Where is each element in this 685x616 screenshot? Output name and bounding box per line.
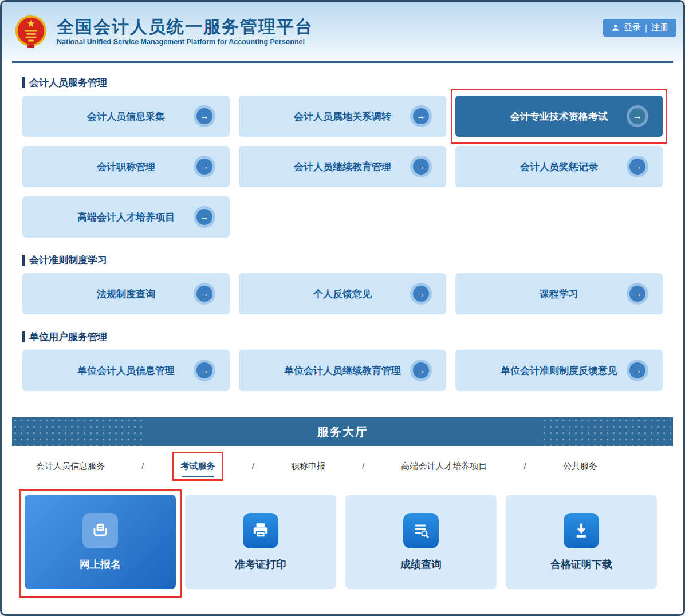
card-unit-continuing-education[interactable]: 单位会计人员继续教育管理 bbox=[239, 350, 446, 391]
header: 全国会计人员统一服务管理平台 National Unified Service … bbox=[2, 2, 683, 61]
page: 全国会计人员统一服务管理平台 National Unified Service … bbox=[0, 0, 685, 616]
tab-separator: / bbox=[524, 461, 526, 471]
card-course-learning[interactable]: 课程学习 bbox=[455, 273, 663, 314]
page-subtitle: National Unified Service Management Plat… bbox=[57, 38, 313, 46]
tab-label: 会计人员信息服务 bbox=[36, 461, 105, 471]
national-emblem-icon bbox=[13, 14, 49, 49]
card-label: 会计人员奖惩记录 bbox=[520, 160, 598, 173]
section-unit-user-service-cards: 单位会计人员信息管理 单位会计人员继续教育管理 单位会计准则制度反馈意见 bbox=[22, 350, 663, 391]
arrow-circle-icon bbox=[413, 108, 429, 124]
inbox-submit-icon bbox=[82, 513, 118, 548]
arrow-circle-icon bbox=[629, 362, 645, 378]
tile-label: 准考证打印 bbox=[235, 558, 286, 571]
arrow-circle-icon bbox=[196, 286, 212, 302]
card-unit-standards-feedback[interactable]: 单位会计准则制度反馈意见 bbox=[455, 350, 663, 391]
card-unit-personnel-info[interactable]: 单位会计人员信息管理 bbox=[22, 350, 230, 391]
tab-label: 高端会计人才培养项目 bbox=[401, 461, 487, 471]
service-hall-title: 服务大厅 bbox=[317, 424, 368, 440]
arrow-circle-icon bbox=[629, 286, 645, 302]
download-icon bbox=[564, 513, 599, 548]
card-continuing-education[interactable]: 会计人员继续教育管理 bbox=[239, 146, 446, 187]
tab-separator: / bbox=[252, 461, 254, 471]
tab-public-service[interactable]: 公共服务 bbox=[563, 461, 597, 479]
tile-online-registration[interactable]: 网上报名 bbox=[25, 495, 176, 589]
title-block: 全国会计人员统一服务管理平台 National Unified Service … bbox=[57, 17, 313, 46]
card-label: 会计职称管理 bbox=[97, 160, 155, 173]
service-hall-banner: 服务大厅 bbox=[12, 417, 673, 446]
arrow-circle-icon bbox=[413, 286, 429, 302]
tab-bar-divider bbox=[22, 479, 663, 479]
tab-label: 职称申报 bbox=[291, 461, 325, 471]
section-title-unit-user-service: 单位用户服务管理 bbox=[22, 331, 663, 342]
section-personnel-service-cards: 会计人员信息采集 会计人员属地关系调转 会计专业技术资格考试 会计职称管理 会计… bbox=[22, 96, 663, 238]
arrow-circle-icon bbox=[413, 159, 429, 175]
tab-title-application[interactable]: 职称申报 bbox=[291, 461, 325, 479]
main-content: 会计人员服务管理 会计人员信息采集 会计人员属地关系调转 会计专业技术资格考试 … bbox=[2, 77, 683, 391]
section-standards-learning-cards: 法规制度查询 个人反馈意见 课程学习 bbox=[22, 273, 663, 314]
card-label: 会计专业技术资格考试 bbox=[510, 110, 608, 123]
arrow-circle-icon bbox=[196, 209, 212, 225]
card-professional-qualification-exam[interactable]: 会计专业技术资格考试 bbox=[455, 96, 663, 137]
tab-label: 考试服务 bbox=[180, 461, 215, 471]
arrow-circle-icon bbox=[629, 159, 645, 175]
card-label: 会计人员继续教育管理 bbox=[294, 160, 391, 173]
tile-certificate-download[interactable]: 合格证明下载 bbox=[506, 495, 657, 589]
tile-admission-ticket-print[interactable]: 准考证打印 bbox=[185, 495, 336, 589]
card-label: 法规制度查询 bbox=[97, 287, 155, 301]
section-title-personnel-service: 会计人员服务管理 bbox=[22, 77, 663, 88]
card-info-collection[interactable]: 会计人员信息采集 bbox=[22, 96, 230, 137]
document-search-icon bbox=[403, 513, 439, 548]
tab-separator: / bbox=[141, 461, 144, 471]
tile-label: 网上报名 bbox=[80, 558, 121, 571]
register-label: 注册 bbox=[651, 22, 668, 33]
printer-icon bbox=[243, 513, 278, 548]
login-register-separator: | bbox=[645, 23, 647, 33]
section-title-standards-learning: 会计准则制度学习 bbox=[22, 255, 663, 266]
arrow-circle-icon bbox=[196, 108, 212, 124]
card-territorial-transfer[interactable]: 会计人员属地关系调转 bbox=[239, 96, 446, 137]
tile-score-inquiry[interactable]: 成绩查询 bbox=[345, 495, 497, 589]
tab-label: 公共服务 bbox=[563, 461, 597, 471]
header-divider bbox=[12, 61, 673, 63]
service-hall-tab-bar: 会计人员信息服务 / 考试服务 / 职称申报 / 高端会计人才培养项目 / 公共… bbox=[36, 461, 597, 479]
user-icon bbox=[611, 23, 620, 32]
page-title: 全国会计人员统一服务管理平台 bbox=[57, 17, 313, 37]
exam-service-tiles: 网上报名 准考证打印 bbox=[25, 495, 657, 589]
tab-separator: / bbox=[362, 461, 364, 471]
arrow-circle-icon bbox=[413, 362, 429, 378]
card-label: 单位会计人员继续教育管理 bbox=[284, 364, 401, 377]
tab-personnel-info-service[interactable]: 会计人员信息服务 bbox=[36, 461, 105, 479]
login-label: 登录 bbox=[624, 22, 641, 33]
card-label: 课程学习 bbox=[540, 287, 578, 301]
tab-exam-service[interactable]: 考试服务 bbox=[180, 461, 215, 479]
arrow-circle-icon bbox=[629, 108, 645, 124]
card-label: 会计人员信息采集 bbox=[87, 110, 165, 123]
arrow-circle-icon bbox=[196, 159, 212, 175]
card-title-management[interactable]: 会计职称管理 bbox=[22, 146, 230, 187]
tab-talent-program[interactable]: 高端会计人才培养项目 bbox=[401, 461, 487, 479]
tile-label: 成绩查询 bbox=[400, 558, 442, 571]
card-label: 会计人员属地关系调转 bbox=[294, 110, 391, 123]
card-reward-punishment-record[interactable]: 会计人员奖惩记录 bbox=[455, 146, 663, 187]
card-personal-feedback[interactable]: 个人反馈意见 bbox=[239, 273, 446, 314]
tile-label: 合格证明下载 bbox=[550, 558, 612, 571]
card-label: 个人反馈意见 bbox=[313, 287, 372, 301]
active-tab-underline bbox=[182, 476, 214, 477]
card-label: 单位会计准则制度反馈意见 bbox=[501, 364, 617, 377]
arrow-circle-icon bbox=[196, 362, 212, 378]
card-regulation-inquiry[interactable]: 法规制度查询 bbox=[22, 273, 230, 314]
card-talent-training-program[interactable]: 高端会计人才培养项目 bbox=[22, 196, 230, 238]
card-label: 高端会计人才培养项目 bbox=[77, 211, 175, 224]
card-label: 单位会计人员信息管理 bbox=[77, 364, 175, 377]
login-register-button[interactable]: 登录 | 注册 bbox=[603, 19, 676, 37]
